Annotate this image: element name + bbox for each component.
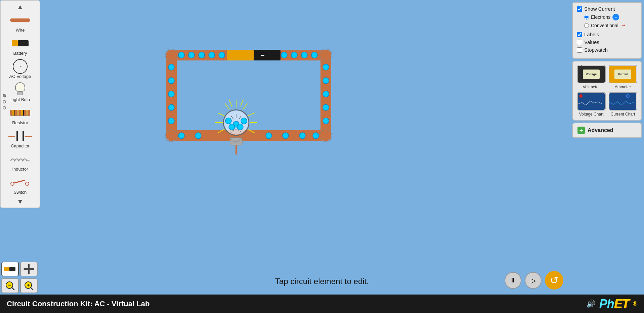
bottom-toolbar: - bbox=[0, 260, 40, 295]
svg-line-1 bbox=[14, 180, 25, 183]
values-label: Values bbox=[584, 39, 599, 45]
svg-point-54 bbox=[323, 104, 329, 110]
sidebar-down-arrow[interactable]: ▼ bbox=[1, 197, 40, 206]
voltage-chart-label: Voltage Chart bbox=[579, 112, 604, 117]
scroll-indicator bbox=[3, 94, 6, 109]
wire-icon bbox=[8, 13, 32, 27]
ammeter-label: Ammeter bbox=[615, 85, 631, 89]
svg-text:−: − bbox=[260, 51, 265, 59]
switch-label: Switch bbox=[14, 190, 27, 195]
svg-point-43 bbox=[188, 52, 195, 58]
sound-icon[interactable]: 🔊 bbox=[586, 300, 595, 308]
capacitor-label: Capacitor bbox=[11, 143, 30, 148]
sidebar-item-switch[interactable]: Switch bbox=[1, 174, 40, 197]
reload-button[interactable]: ↺ bbox=[545, 271, 563, 289]
svg-point-61 bbox=[313, 133, 319, 139]
svg-point-2 bbox=[26, 182, 29, 185]
current-chart-label: Current Chart bbox=[611, 112, 635, 117]
svg-point-73 bbox=[225, 118, 231, 124]
ac-voltage-icon: ~ bbox=[8, 60, 32, 73]
ammeter-item[interactable]: Current Ammeter bbox=[608, 65, 637, 89]
hint-text: Tap circuit element to edit. bbox=[275, 277, 369, 286]
svg-rect-21 bbox=[254, 50, 281, 60]
battery-icon bbox=[8, 37, 32, 50]
scroll-dot-1 bbox=[3, 94, 6, 97]
phet-trademark: ® bbox=[633, 300, 637, 307]
labels-checkbox[interactable] bbox=[577, 32, 582, 37]
app-title: Circuit Construction Kit: AC - Virtual L… bbox=[7, 300, 149, 308]
current-chart-item[interactable]: Current Chart bbox=[608, 92, 637, 117]
advanced-label: Advanced bbox=[588, 127, 613, 133]
electrons-radio[interactable] bbox=[584, 15, 589, 19]
svg-point-50 bbox=[311, 52, 317, 58]
voltage-chart-image bbox=[577, 92, 606, 110]
labels-label: Labels bbox=[584, 32, 599, 37]
svg-point-66 bbox=[168, 118, 174, 124]
svg-point-45 bbox=[209, 52, 215, 58]
ammeter-screen: Current bbox=[614, 70, 631, 79]
svg-point-57 bbox=[195, 133, 201, 139]
electrons-radio-label: Electrons bbox=[591, 14, 610, 20]
svg-point-44 bbox=[199, 52, 205, 58]
voltmeter-label: Voltmeter bbox=[583, 85, 600, 89]
step-icon: ▷ bbox=[531, 276, 536, 284]
plus-mode-button[interactable] bbox=[20, 262, 38, 276]
zoom-in-button[interactable] bbox=[20, 278, 38, 293]
sidebar-item-wire[interactable]: Wire bbox=[1, 11, 40, 35]
conventional-arrow: → bbox=[620, 22, 627, 29]
voltmeter-image: Voltage bbox=[577, 65, 606, 83]
zoom-out-button[interactable] bbox=[1, 278, 19, 293]
svg-rect-15 bbox=[40, 0, 570, 242]
svg-point-47 bbox=[281, 52, 287, 58]
wire-label: Wire bbox=[16, 28, 25, 33]
svg-point-65 bbox=[168, 104, 174, 110]
conventional-radio-label: Conventional bbox=[591, 23, 618, 28]
battery-mode-button[interactable]: - bbox=[1, 262, 19, 276]
sidebar-item-ac-voltage[interactable]: ~ AC Voltage bbox=[1, 58, 40, 81]
step-forward-button[interactable]: ▷ bbox=[525, 272, 542, 289]
svg-point-49 bbox=[301, 52, 307, 58]
svg-point-42 bbox=[178, 52, 184, 58]
electron-dot: − bbox=[612, 14, 619, 20]
sidebar-item-resistor[interactable]: Resistor bbox=[1, 104, 40, 127]
conventional-radio[interactable] bbox=[584, 23, 589, 28]
resistor-icon bbox=[8, 106, 32, 120]
svg-point-52 bbox=[323, 78, 329, 84]
voltage-chart-item[interactable]: Voltage Chart bbox=[577, 92, 606, 117]
sidebar-item-inductor[interactable]: Inductor bbox=[1, 150, 40, 174]
values-checkbox[interactable] bbox=[577, 40, 582, 45]
svg-point-60 bbox=[299, 133, 305, 139]
voltmeter-item[interactable]: Voltage Voltmeter bbox=[577, 65, 606, 89]
advanced-button[interactable]: + Advanced bbox=[572, 123, 642, 138]
stopwatch-checkbox[interactable] bbox=[577, 47, 582, 53]
sidebar-up-arrow[interactable]: ▲ bbox=[1, 2, 40, 11]
current-chart-image bbox=[609, 92, 637, 110]
inductor-label: Inductor bbox=[12, 167, 28, 172]
pause-icon: ⏸ bbox=[510, 276, 516, 284]
svg-line-14 bbox=[31, 287, 33, 290]
svg-point-76 bbox=[229, 124, 235, 130]
capacitor-icon bbox=[8, 129, 32, 143]
show-current-panel: Show Current Electrons − Conventional → … bbox=[572, 2, 642, 59]
voltmeter-screen: Voltage bbox=[583, 70, 600, 79]
light-bulb-label: Light Bulb bbox=[10, 97, 30, 102]
playback-controls: ⏸ ▷ ↺ bbox=[505, 271, 563, 289]
sidebar-item-battery[interactable]: Battery bbox=[1, 35, 40, 58]
phet-logo-text: PhET bbox=[599, 297, 629, 311]
sidebar-item-capacitor[interactable]: Capacitor bbox=[1, 127, 40, 150]
svg-point-46 bbox=[219, 52, 225, 58]
svg-rect-20 bbox=[227, 50, 254, 60]
instruments-panel: Voltage Voltmeter Current Ammeter bbox=[572, 61, 642, 121]
pause-button[interactable]: ⏸ bbox=[505, 272, 521, 289]
svg-point-53 bbox=[323, 91, 329, 97]
svg-point-62 bbox=[168, 64, 174, 70]
component-sidebar: ▲ Wire Battery ~ AC Voltage Light Bulb bbox=[0, 0, 40, 208]
sidebar-item-light-bulb[interactable]: Light Bulb bbox=[1, 81, 40, 104]
instruments-grid: Voltage Voltmeter Current Ammeter bbox=[577, 65, 637, 117]
svg-point-0 bbox=[11, 182, 14, 185]
resistor-label: Resistor bbox=[12, 120, 28, 125]
show-current-checkbox[interactable] bbox=[577, 6, 582, 12]
svg-point-51 bbox=[323, 64, 329, 70]
circuit-canvas[interactable]: − bbox=[40, 0, 570, 242]
svg-point-56 bbox=[178, 133, 184, 139]
